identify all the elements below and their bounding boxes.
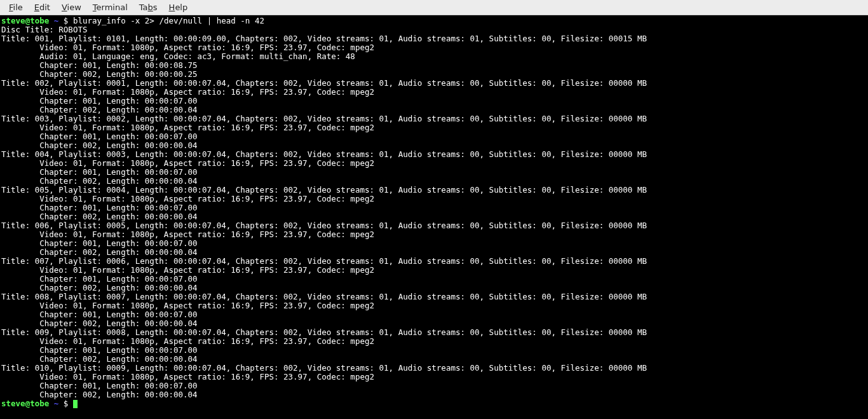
prompt-user: steve@tobe [1, 16, 49, 25]
prompt-user-2: steve@tobe [1, 399, 49, 408]
menu-edit[interactable]: Edit [29, 1, 55, 13]
prompt-path-2: ~ [54, 399, 59, 408]
cursor [73, 400, 78, 408]
menu-tabs[interactable]: Tabs [134, 1, 163, 13]
output-disc-title: Disc Title: ROBOTS [1, 25, 87, 34]
command-text: bluray_info -x 2> /dev/null | head -n 42 [73, 16, 264, 25]
prompt-path: ~ [54, 16, 59, 25]
prompt-dollar-2: $ [64, 399, 69, 408]
prompt-dollar: $ [64, 16, 69, 25]
menu-help[interactable]: Help [164, 1, 193, 13]
menu-terminal[interactable]: Terminal [88, 1, 133, 13]
menubar: File Edit View Terminal Tabs Help [0, 0, 868, 15]
menu-file[interactable]: File [4, 1, 28, 13]
menu-view[interactable]: View [57, 1, 86, 13]
output-titles: Title: 001, Playlist: 0101, Length: 00:0… [1, 34, 647, 399]
terminal-area[interactable]: steve@tobe ~ $ bluray_info -x 2> /dev/nu… [0, 15, 868, 419]
